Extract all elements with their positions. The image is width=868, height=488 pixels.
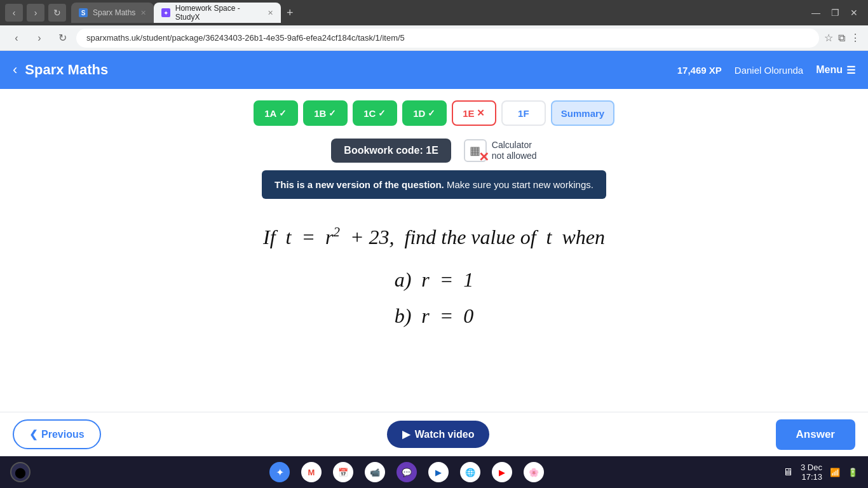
warning-bold: This is a new version of the question. — [275, 179, 444, 190]
tab-1A-label: 1A — [264, 108, 276, 119]
window-controls: — ❐ ✕ — [807, 4, 863, 22]
taskbar-photos-icon[interactable]: 🌸 — [524, 462, 544, 482]
task-tabs: 1A ✓ 1B ✓ 1C ✓ 1D ✓ 1E ✕ 1F Summary — [0, 89, 868, 133]
browser-top-bar: ‹ › ↻ S Sparx Maths ✕ ✦ Homework Space -… — [0, 0, 868, 25]
tab-1D[interactable]: 1D ✓ — [402, 100, 447, 126]
wifi-icon: 📶 — [830, 468, 840, 477]
question-part-a: a) r = 1 — [0, 268, 868, 292]
answer-button[interactable]: Answer — [776, 419, 855, 450]
question-main: If t = r2 + 23, find the value of t when — [0, 224, 868, 249]
calculator-icon: ▦ ✕ — [464, 139, 487, 162]
nav-forward-btn[interactable]: › — [31, 29, 48, 47]
user-name: Daniel Olorunda — [735, 65, 803, 76]
tab-1C-label: 1C — [363, 108, 376, 119]
taskbar-youtube-icon[interactable]: ▶ — [492, 462, 512, 482]
tab-1D-check: ✓ — [428, 108, 435, 118]
calculator-badge: ▦ ✕ Calculator not allowed — [464, 139, 537, 162]
app-back-btn[interactable]: ‹ — [13, 62, 17, 78]
previous-button[interactable]: ❮ Previous — [13, 419, 101, 449]
taskbar-time: 17:13 — [801, 472, 822, 482]
tab-1B-label: 1B — [314, 108, 326, 119]
studyx-tab-icon: ✦ — [161, 8, 170, 17]
tab-1A[interactable]: 1A ✓ — [254, 100, 298, 126]
taskbar-circle-icon[interactable]: ⬤ — [10, 462, 31, 482]
watch-video-label: Watch video — [415, 429, 475, 440]
bookwork-row: Bookwork code: 1E ▦ ✕ Calculator not all… — [0, 133, 868, 170]
tab-bar: S Sparx Maths ✕ ✦ Homework Space - Study… — [71, 3, 802, 23]
tab-1B-check: ✓ — [329, 108, 336, 118]
taskbar-right: 🖥 3 Dec 17:13 📶 🔋 — [783, 463, 858, 482]
extensions-icon[interactable]: ⧉ — [838, 32, 845, 44]
bottom-bar: ❮ Previous ▶ Watch video Answer — [0, 412, 868, 456]
tab-1B[interactable]: 1B ✓ — [303, 100, 348, 126]
tab-1C[interactable]: 1C ✓ — [353, 100, 397, 126]
app-header: ‹ Sparx Maths 17,469 XP Daniel Olorunda … — [0, 51, 868, 89]
tab-sparx-label: Sparx Maths — [93, 8, 135, 17]
tab-1E-x: ✕ — [477, 107, 485, 119]
answer-label: Answer — [796, 428, 835, 440]
app-header-right: 17,469 XP Daniel Olorunda Menu ☰ — [677, 64, 855, 76]
tab-studyx[interactable]: ✦ Homework Space - StudyX ✕ — [154, 3, 281, 23]
more-icon[interactable]: ⋮ — [850, 32, 860, 44]
app-title: Sparx Maths — [25, 62, 108, 78]
taskbar-date: 3 Dec — [801, 463, 822, 472]
previous-label: Previous — [41, 429, 85, 440]
taskbar-screen-icon: 🖥 — [783, 466, 793, 478]
sparx-tab-icon: S — [79, 8, 88, 17]
bookmark-icon[interactable]: ☆ — [824, 32, 833, 44]
taskbar-studyx-icon[interactable]: ✦ — [269, 462, 290, 482]
question-part-b: b) r = 0 — [0, 304, 868, 328]
nav-back-btn[interactable]: ‹ — [8, 29, 25, 47]
calc-label: Calculator not allowed — [492, 140, 537, 161]
taskbar-left: ⬤ — [10, 462, 31, 482]
prev-chevron-icon: ❮ — [29, 428, 37, 440]
tab-summary[interactable]: Summary — [551, 100, 614, 126]
video-icon: ▶ — [402, 428, 410, 440]
time-display: 3 Dec 17:13 — [801, 463, 822, 482]
tab-studyx-close[interactable]: ✕ — [268, 9, 273, 17]
browser-controls: ‹ › ↻ — [5, 4, 66, 22]
tab-sparx[interactable]: S Sparx Maths ✕ — [71, 3, 154, 23]
taskbar-chrome-icon[interactable]: 🌐 — [460, 462, 480, 482]
tab-1E-label: 1E — [463, 108, 474, 119]
bookwork-code: Bookwork code: 1E — [331, 139, 451, 163]
tab-1D-label: 1D — [413, 108, 425, 119]
xp-badge: 17,469 XP — [677, 65, 722, 76]
taskbar: ⬤ ✦ M 📅 📹 💬 ▶ 🌐 ▶ 🌸 🖥 3 Dec 17:13 📶 🔋 — [0, 456, 868, 488]
taskbar-gmail-icon[interactable]: M — [301, 462, 322, 482]
tab-1A-check: ✓ — [279, 108, 287, 118]
tab-1C-check: ✓ — [378, 108, 386, 118]
address-bar: ‹ › ↻ ☆ ⧉ ⋮ — [0, 25, 868, 51]
watch-video-button[interactable]: ▶ Watch video — [387, 421, 490, 448]
tab-sparx-close[interactable]: ✕ — [140, 9, 146, 17]
forward-browser-btn[interactable]: › — [27, 4, 44, 22]
menu-label: Menu — [816, 64, 843, 76]
calculator-not-allowed-icon: ✕ — [478, 149, 489, 165]
calc-subtitle: not allowed — [492, 151, 537, 161]
question-area: If t = r2 + 23, find the value of t when… — [0, 212, 868, 347]
taskbar-play-icon[interactable]: ▶ — [428, 462, 449, 482]
taskbar-meet-icon[interactable]: 📹 — [365, 462, 385, 482]
back-browser-btn[interactable]: ‹ — [5, 4, 23, 22]
new-tab-button[interactable]: + — [281, 4, 299, 22]
minimize-btn[interactable]: — — [807, 4, 825, 22]
maximize-btn[interactable]: ❐ — [826, 4, 844, 22]
tab-1F-label: 1F — [518, 108, 529, 119]
taskbar-chat-icon[interactable]: 💬 — [397, 462, 417, 482]
address-input[interactable] — [76, 29, 819, 48]
taskbar-calendar-icon[interactable]: 📅 — [333, 462, 353, 482]
tab-1E[interactable]: 1E ✕ — [452, 100, 496, 126]
tab-1F[interactable]: 1F — [501, 100, 546, 126]
battery-icon: 🔋 — [848, 468, 858, 477]
close-btn[interactable]: ✕ — [845, 4, 863, 22]
menu-button[interactable]: Menu ☰ — [816, 64, 855, 76]
nav-reload-btn[interactable]: ↻ — [53, 29, 71, 47]
tab-summary-label: Summary — [561, 108, 604, 119]
main-content: 1A ✓ 1B ✓ 1C ✓ 1D ✓ 1E ✕ 1F Summary Book… — [0, 89, 868, 347]
calc-title: Calculator — [492, 140, 532, 151]
reload-btn[interactable]: ↻ — [48, 4, 66, 22]
address-icons: ☆ ⧉ ⋮ — [824, 32, 860, 44]
warning-banner: This is a new version of the question. M… — [262, 170, 606, 199]
menu-icon: ☰ — [846, 64, 855, 76]
tab-studyx-label: Homework Space - StudyX — [175, 4, 263, 22]
